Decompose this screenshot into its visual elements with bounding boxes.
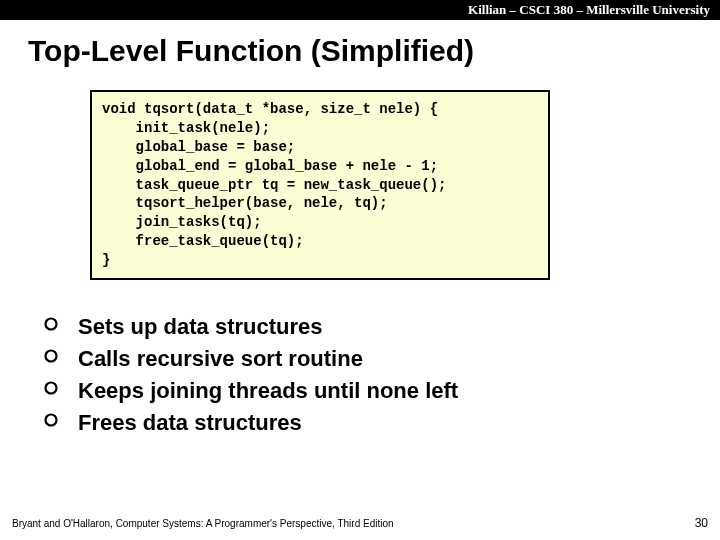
bullet-icon	[44, 317, 64, 337]
bullet-text: Sets up data structures	[78, 314, 323, 340]
bullet-icon	[44, 349, 64, 369]
bullet-text: Calls recursive sort routine	[78, 346, 363, 372]
page-number: 30	[695, 516, 708, 530]
code-block: void tqsort(data_t *base, size_t nele) {…	[90, 90, 550, 280]
list-item: Frees data structures	[44, 410, 720, 436]
list-item: Calls recursive sort routine	[44, 346, 720, 372]
bullet-list: Sets up data structures Calls recursive …	[44, 314, 720, 436]
svg-point-3	[46, 415, 57, 426]
list-item: Keeps joining threads until none left	[44, 378, 720, 404]
bullet-icon	[44, 413, 64, 433]
svg-point-0	[46, 319, 57, 330]
page-title: Top-Level Function (Simplified)	[0, 20, 720, 78]
footer-citation: Bryant and O'Hallaron, Computer Systems:…	[12, 518, 394, 529]
list-item: Sets up data structures	[44, 314, 720, 340]
header-text: Killian – CSCI 380 – Millersville Univer…	[468, 2, 710, 17]
footer: Bryant and O'Hallaron, Computer Systems:…	[12, 516, 708, 530]
bullet-text: Keeps joining threads until none left	[78, 378, 458, 404]
header-bar: Killian – CSCI 380 – Millersville Univer…	[0, 0, 720, 20]
bullet-icon	[44, 381, 64, 401]
svg-point-2	[46, 383, 57, 394]
bullet-text: Frees data structures	[78, 410, 302, 436]
svg-point-1	[46, 351, 57, 362]
